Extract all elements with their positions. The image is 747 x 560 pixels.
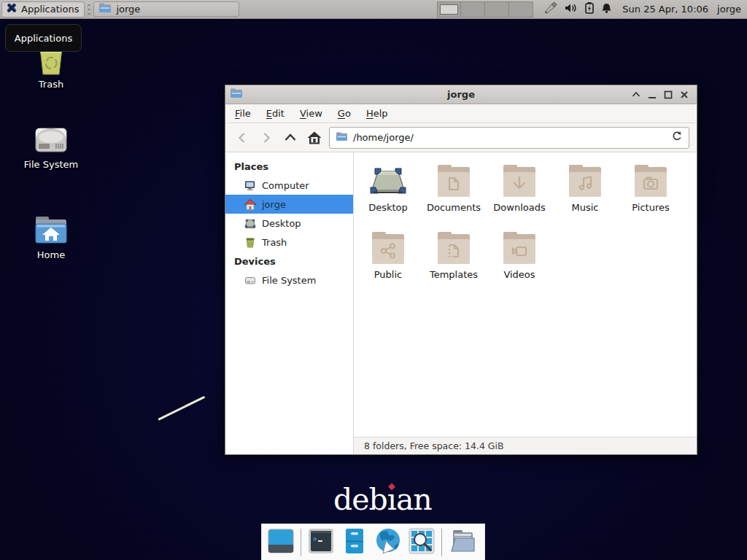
window-title: jorge bbox=[225, 89, 697, 100]
system-tray bbox=[543, 1, 612, 18]
file-manager-window: jorge File Edit View Go Help bbox=[225, 85, 697, 455]
file-cabinet-icon[interactable] bbox=[341, 527, 368, 558]
shade-button[interactable] bbox=[630, 88, 643, 101]
workspace-3[interactable] bbox=[485, 1, 509, 18]
home-folder-icon bbox=[33, 214, 69, 246]
back-button[interactable] bbox=[233, 128, 252, 147]
videos-folder-icon bbox=[499, 228, 540, 268]
workspace-1[interactable] bbox=[437, 1, 461, 18]
menu-file[interactable]: File bbox=[235, 108, 251, 119]
file-grid: Desktop bbox=[354, 152, 697, 437]
desktop-special-icon bbox=[368, 161, 409, 201]
dock: > bbox=[261, 524, 485, 560]
desktop-icon bbox=[244, 218, 256, 229]
desktop-stray-line bbox=[158, 396, 205, 421]
workspace-2[interactable] bbox=[461, 1, 485, 18]
battery-icon[interactable] bbox=[584, 1, 595, 17]
wordmark-part: deb bbox=[333, 482, 387, 517]
path-input[interactable]: /home/jorge/ bbox=[353, 132, 666, 143]
menu-help[interactable]: Help bbox=[366, 108, 388, 119]
desktop-icon-label: Trash bbox=[39, 79, 63, 90]
file-item-label: Pictures bbox=[632, 202, 669, 213]
file-item-documents[interactable]: Documents bbox=[421, 161, 487, 228]
menu-bar: File Edit View Go Help bbox=[225, 104, 697, 123]
maximize-button[interactable] bbox=[662, 88, 675, 101]
sidebar-item-label: Computer bbox=[262, 180, 309, 191]
dock-separator bbox=[301, 529, 301, 556]
file-item-desktop[interactable]: Desktop bbox=[355, 161, 421, 228]
file-item-label: Templates bbox=[430, 269, 478, 280]
file-item-label: Public bbox=[374, 269, 402, 280]
reload-icon[interactable] bbox=[671, 131, 683, 145]
app-finder-icon[interactable] bbox=[408, 527, 436, 558]
taskbar-window-button[interactable]: jorge bbox=[93, 1, 239, 17]
sidebar-item-desktop[interactable]: Desktop bbox=[225, 214, 353, 233]
status-bar: 8 folders, Free space: 14.4 GiB bbox=[354, 437, 697, 454]
dock-folder-icon[interactable] bbox=[448, 527, 477, 558]
file-item-templates[interactable]: Templates bbox=[421, 228, 487, 295]
file-item-label: Downloads bbox=[493, 202, 545, 213]
window-titlebar[interactable]: jorge bbox=[225, 85, 697, 104]
panel-grip-handle[interactable] bbox=[87, 4, 91, 15]
file-item-music[interactable]: Music bbox=[552, 161, 618, 228]
wordmark-i: ı bbox=[387, 482, 396, 517]
music-folder-icon bbox=[565, 161, 605, 201]
trash-icon bbox=[244, 237, 256, 248]
show-desktop-icon[interactable] bbox=[267, 527, 295, 558]
close-button[interactable] bbox=[678, 88, 691, 101]
public-folder-icon bbox=[368, 228, 409, 268]
stylus-tool-icon[interactable] bbox=[543, 1, 558, 18]
folder-icon bbox=[98, 3, 112, 15]
file-item-label: Desktop bbox=[368, 202, 408, 213]
toolbar: /home/jorge/ bbox=[225, 123, 697, 152]
tooltip-text: Applications bbox=[15, 33, 72, 44]
desktop-icon-label: Home bbox=[37, 249, 65, 260]
file-item-pictures[interactable]: Pictures bbox=[618, 161, 684, 228]
dock-separator bbox=[441, 529, 442, 556]
sidebar-header-places: Places bbox=[225, 157, 353, 176]
menu-go[interactable]: Go bbox=[338, 108, 351, 119]
sidebar-item-label: Trash bbox=[262, 237, 287, 248]
hard-drive-icon bbox=[33, 125, 69, 156]
desktop-icon-filesystem[interactable]: File System bbox=[7, 125, 95, 170]
minimize-button[interactable] bbox=[646, 88, 659, 101]
home-icon bbox=[244, 199, 256, 210]
xfce-logo-icon bbox=[6, 2, 18, 16]
file-item-label: Videos bbox=[503, 269, 535, 280]
sidebar-item-jorge[interactable]: jorge bbox=[225, 195, 353, 214]
desktop-screen: Applications jorge bbox=[0, 0, 747, 560]
home-button[interactable] bbox=[305, 128, 324, 147]
up-button[interactable] bbox=[281, 128, 300, 147]
path-bar[interactable]: /home/jorge/ bbox=[329, 127, 689, 149]
desktop-icon-home[interactable]: Home bbox=[7, 214, 95, 260]
menu-edit[interactable]: Edit bbox=[266, 108, 285, 119]
sidebar-item-computer[interactable]: Computer bbox=[225, 176, 353, 195]
path-folder-icon bbox=[336, 131, 348, 144]
forward-button[interactable] bbox=[257, 128, 276, 147]
status-text: 8 folders, Free space: 14.4 GiB bbox=[364, 440, 504, 451]
top-panel: Applications jorge bbox=[0, 0, 747, 19]
notifications-bell-icon[interactable] bbox=[601, 2, 612, 17]
desktop-icon-label: File System bbox=[24, 159, 78, 170]
file-item-downloads[interactable]: Downloads bbox=[487, 161, 552, 228]
computer-icon bbox=[244, 180, 256, 191]
menu-view[interactable]: View bbox=[300, 108, 322, 119]
pictures-folder-icon bbox=[630, 161, 671, 201]
applications-menu-label: Applications bbox=[21, 4, 79, 15]
panel-clock[interactable]: Sun 25 Apr, 10:06 bbox=[622, 4, 708, 15]
panel-username[interactable]: jorge bbox=[717, 4, 741, 15]
sidebar-item-trash[interactable]: Trash bbox=[225, 233, 353, 252]
volume-icon[interactable] bbox=[565, 2, 578, 17]
terminal-icon[interactable]: > bbox=[307, 527, 335, 558]
sidebar-item-label: Desktop bbox=[262, 218, 301, 229]
documents-folder-icon bbox=[433, 161, 474, 201]
sidebar-item-filesystem[interactable]: File System bbox=[225, 271, 353, 289]
workspace-pager[interactable] bbox=[437, 1, 533, 18]
file-item-public[interactable]: Public bbox=[355, 228, 421, 295]
templates-folder-icon bbox=[433, 228, 474, 268]
applications-menu-button[interactable]: Applications bbox=[1, 1, 85, 18]
downloads-folder-icon bbox=[499, 161, 540, 201]
file-item-videos[interactable]: Videos bbox=[487, 228, 552, 295]
workspace-4[interactable] bbox=[509, 1, 533, 18]
web-browser-icon[interactable] bbox=[374, 527, 402, 558]
